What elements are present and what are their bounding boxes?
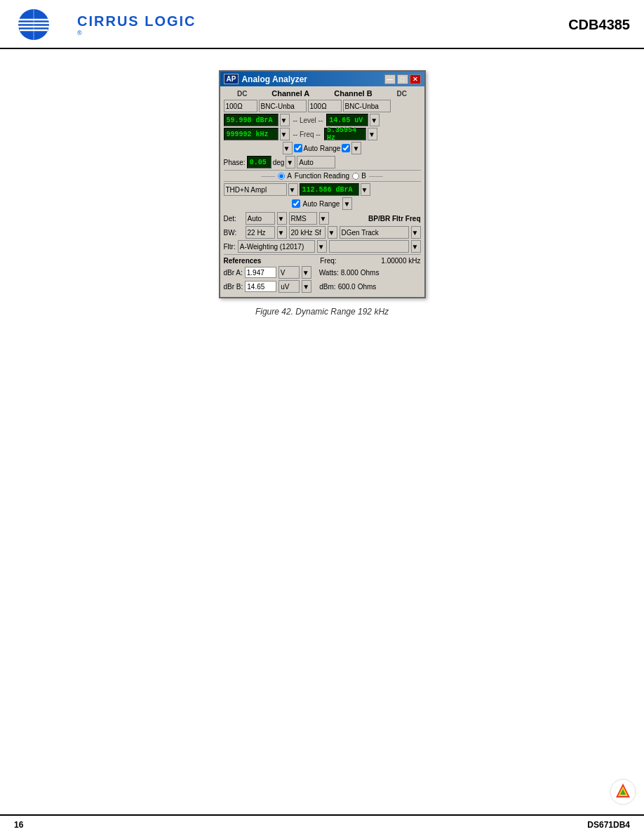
auto-range-row-2: Auto Range ▼ <box>224 197 421 210</box>
titlebar-left: AP Analog Analyzer <box>224 74 307 84</box>
dbr-a-unit-select[interactable]: V <box>279 266 300 279</box>
logo-registered: ® <box>77 29 196 37</box>
ch-a-impedance-select[interactable]: 100Ω <box>224 100 257 112</box>
thd-type-dropdown[interactable]: THD+N Ampl <box>224 183 287 196</box>
range-left-dropdown[interactable]: ▼ <box>283 142 293 154</box>
minimize-button[interactable]: — <box>384 74 396 84</box>
bw-label: BW: <box>224 229 243 237</box>
det-value-select[interactable]: Auto <box>246 212 275 225</box>
level-a-dropdown[interactable]: ▼ <box>280 114 290 126</box>
det-arrow[interactable]: ▼ <box>277 212 287 225</box>
channel-b-label: Channel B <box>334 89 372 98</box>
dbr-a-row: dBr A: V ▼ Watts: 8.000 Ohms <box>224 266 421 279</box>
fltr-row: Fltr: A-Weighting (12017) ▼ ▼ <box>224 240 421 253</box>
window-controls[interactable]: — □ ✕ <box>384 74 421 84</box>
page-footer: 16 DS671DB4 <box>0 814 644 834</box>
phase-label: Phase: <box>224 159 246 166</box>
ch-b-input-select[interactable]: BNC-Unba <box>343 100 391 112</box>
window-title: Analog Analyzer <box>241 74 307 84</box>
auto-range-checkbox-2[interactable] <box>292 199 300 208</box>
func-radio-a-label: A <box>287 172 292 180</box>
phase-value-display: 0.05 <box>247 156 271 168</box>
close-button[interactable]: ✕ <box>410 74 421 84</box>
dbr-b-value-input[interactable] <box>245 281 276 292</box>
auto-range-dropdown-2[interactable]: ▼ <box>342 197 352 210</box>
rms-select[interactable]: RMS <box>289 212 317 225</box>
maximize-button[interactable]: □ <box>397 74 408 84</box>
doc-id: DS671DB4 <box>587 820 630 830</box>
phase-unit-dropdown[interactable]: ▼ <box>286 156 295 168</box>
func-radio-b-group: B <box>352 172 366 180</box>
freq-b-dropdown[interactable]: ▼ <box>368 128 377 140</box>
window-titlebar: AP Analog Analyzer — □ ✕ <box>220 72 424 86</box>
func-radio-b[interactable] <box>352 173 359 180</box>
dc-left-label: DC <box>237 90 247 98</box>
product-title: CDB4385 <box>568 17 630 33</box>
bp-br-label: BP/BR Fltr Freq <box>331 215 421 223</box>
impedance-input-row: 100Ω BNC-Unba 100Ω BNC-Unba <box>224 100 421 112</box>
thd-value-display: 112.586 dBrA <box>300 183 359 196</box>
channel-header-row: DC Channel A Channel B DC <box>224 89 421 98</box>
freq-a-display: 999992 kHz <box>224 128 279 140</box>
level-separator: -- Level -- <box>293 117 323 124</box>
page-header: CIRRUS LOGIC ® CDB4385 <box>0 0 644 49</box>
level-row: 59.998 dBrA ▼ -- Level -- 14.65 uV ▼ <box>224 114 421 126</box>
freq-b-display: 5.35954 Hz <box>324 128 366 140</box>
bw-row: BW: 22 Hz ▼ 20 kHz Sf ▼ DGen Track ▼ <box>224 226 421 239</box>
fltr-empty-arrow[interactable]: ▼ <box>411 240 421 253</box>
level-a-display: 59.998 dBrA <box>224 114 279 126</box>
logo-text: CIRRUS LOGIC <box>77 13 196 29</box>
page-content: AP Analog Analyzer — □ ✕ DC Channel A Ch… <box>0 49 644 338</box>
references-header: References Freq: 1.00000 kHz <box>224 257 421 265</box>
watts-value: 8.000 <box>341 269 358 277</box>
bw-low-arrow[interactable]: ▼ <box>277 226 287 239</box>
watts-label: Watts: <box>319 269 339 277</box>
auto-range-label: Auto Range <box>304 145 341 152</box>
auto-range-label-2: Auto Range <box>303 200 340 208</box>
freq-separator: -- Freq -- <box>293 131 321 138</box>
analog-analyzer-window: AP Analog Analyzer — □ ✕ DC Channel A Ch… <box>219 70 426 298</box>
references-label: References <box>224 257 262 265</box>
range-right-dropdown[interactable]: ▼ <box>351 142 361 154</box>
channel-a-label: Channel A <box>271 89 309 98</box>
freq-ref-value: 1.00000 kHz <box>381 257 420 265</box>
dbr-b-unit-select[interactable]: uV <box>279 280 300 293</box>
dbr-a-value-input[interactable] <box>245 267 276 278</box>
fltr-empty-select[interactable] <box>329 240 409 253</box>
fltr-arrow[interactable]: ▼ <box>317 240 327 253</box>
dbm-unit: Ohms <box>358 283 377 291</box>
phase-row: Phase: 0.05 deg ▼ Auto <box>224 156 421 168</box>
thd-type-arrow[interactable]: ▼ <box>288 183 298 196</box>
rms-arrow[interactable]: ▼ <box>319 212 329 225</box>
bw-low-select[interactable]: 22 Hz <box>246 226 275 239</box>
titlebar-ap-badge: AP <box>224 74 239 84</box>
det-label: Det: <box>224 215 243 223</box>
dbr-a-unit-arrow[interactable]: ▼ <box>302 266 311 279</box>
auto-range-checkbox-a[interactable] <box>294 144 302 152</box>
freq-a-dropdown[interactable]: ▼ <box>280 128 290 140</box>
phase-mode-dropdown[interactable]: Auto <box>297 156 335 168</box>
dbr-b-unit-arrow[interactable]: ▼ <box>302 280 311 293</box>
fltr-value-select[interactable]: A-Weighting (12017) <box>238 240 315 253</box>
function-reading-row: —— A Function Reading B —— <box>224 170 421 182</box>
func-radio-a[interactable] <box>278 173 285 180</box>
bw-high-select[interactable]: 20 kHz Sf <box>289 226 326 239</box>
ch-b-impedance-select[interactable]: 100Ω <box>308 100 342 112</box>
auto-range-checkbox-b[interactable] <box>342 144 350 152</box>
phase-unit: deg <box>273 159 285 166</box>
dbm-label: dBm: <box>319 283 335 291</box>
bw-high-arrow[interactable]: ▼ <box>328 226 337 239</box>
level-b-dropdown[interactable]: ▼ <box>370 114 380 126</box>
func-line-left: —— <box>261 172 275 180</box>
dc-right-label: DC <box>397 90 407 98</box>
func-reading-label: Function Reading <box>295 172 349 180</box>
dbr-b-row: dBr B: uV ▼ dBm: 600.0 Ohms <box>224 280 421 293</box>
page-number: 16 <box>14 820 23 830</box>
func-radio-a-group: A <box>278 172 292 180</box>
dgen-select[interactable]: DGen Track <box>340 226 409 239</box>
dbr-a-label: dBr A: <box>224 269 243 277</box>
thd-value-dropdown[interactable]: ▼ <box>361 183 370 196</box>
ch-a-input-select[interactable]: BNC-Unba <box>259 100 307 112</box>
func-line-right: —— <box>369 172 383 180</box>
dgen-arrow[interactable]: ▼ <box>411 226 421 239</box>
